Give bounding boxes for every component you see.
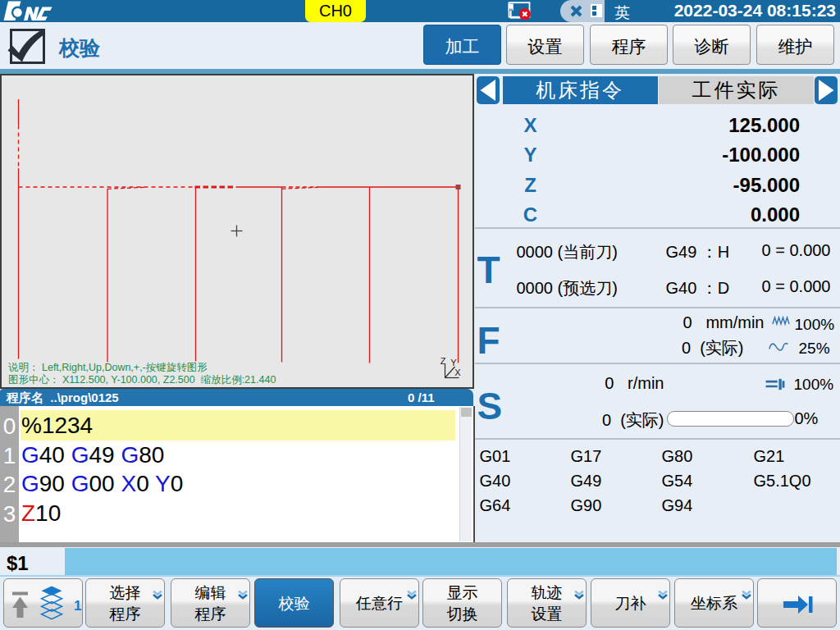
svg-text:Y: Y	[450, 358, 457, 368]
svg-text:X: X	[454, 368, 461, 377]
svg-text:Z: Z	[441, 356, 446, 366]
